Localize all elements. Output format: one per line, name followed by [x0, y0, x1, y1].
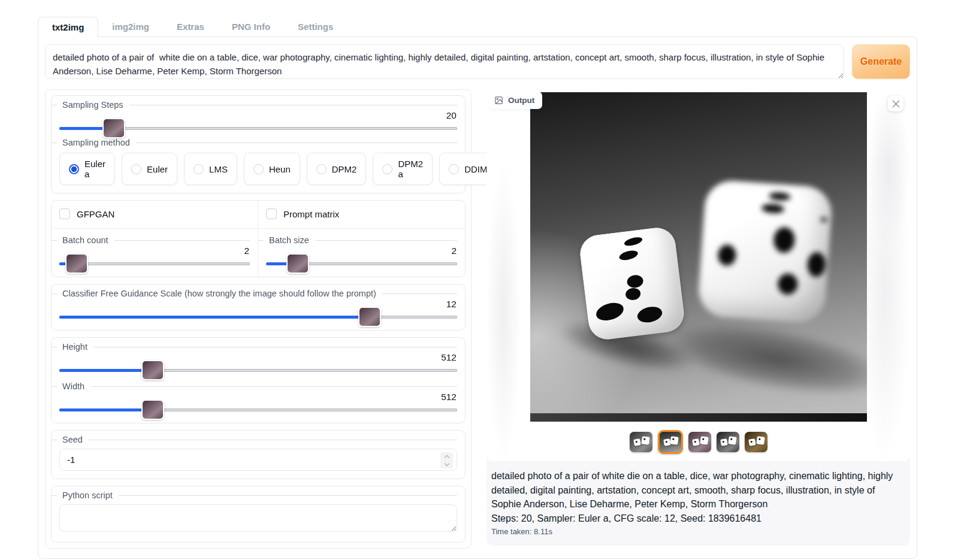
radio-dot-icon [316, 164, 327, 174]
caption-prompt: detailed photo of a pair of white die on… [491, 469, 905, 511]
slider-thumb[interactable] [358, 307, 381, 327]
python-script-input[interactable] [59, 504, 457, 532]
prompt-input[interactable]: detailed photo of a pair of white die on… [45, 44, 844, 79]
blurred-die [697, 179, 833, 324]
close-output-button[interactable] [888, 96, 903, 111]
slider-thumb[interactable] [65, 253, 88, 274]
prompt-matrix-checkbox-row[interactable]: Prompt matrix [266, 207, 457, 220]
caption-time-taken: Time taken: 8.11s [491, 527, 905, 536]
chevron-up-icon[interactable] [444, 455, 449, 459]
python-script-group: Python script [51, 486, 466, 543]
seed-input[interactable]: -1 [59, 449, 457, 471]
seed-stepper[interactable] [440, 452, 453, 468]
radio-euler-a[interactable]: Euler a [59, 153, 115, 185]
batch-count-value: 2 [59, 246, 249, 256]
gfpgan-checkbox[interactable] [59, 208, 70, 219]
txt2img-panel: detailed photo of a pair of white die on… [38, 37, 917, 559]
radio-dot-icon [449, 164, 459, 174]
generate-button[interactable]: Generate [852, 44, 910, 79]
cfg-value: 12 [59, 299, 457, 310]
radio-label: DDIM [464, 164, 487, 174]
radio-label: DPM2 [332, 164, 357, 174]
prompt-matrix-label: Prompt matrix [283, 209, 339, 219]
radio-dot-icon [382, 164, 392, 174]
height-label: Height [59, 342, 457, 352]
sampling-method-options: Euler a Euler LMS Heun DPM2 DPM2 a DDIM … [59, 153, 457, 185]
radio-heun[interactable]: Heun [244, 153, 300, 185]
cfg-slider[interactable] [59, 311, 457, 322]
radio-label: Euler a [84, 159, 105, 179]
seed-value: -1 [67, 455, 75, 465]
radio-label: LMS [209, 164, 228, 174]
radio-euler[interactable]: Euler [122, 153, 177, 185]
sampling-method-label: Sampling method [59, 138, 457, 147]
generation-info: detailed photo of a pair of white die on… [486, 461, 910, 546]
generated-image[interactable] [530, 92, 867, 422]
image-icon [494, 96, 503, 105]
thumbnail-strip [486, 429, 910, 455]
focused-die [578, 226, 685, 341]
output-panel: Output [486, 89, 910, 546]
tab-bar: txt2img img2img Extras PNG Info Settings [38, 16, 917, 37]
width-slider[interactable] [59, 404, 457, 415]
slider-fill [59, 408, 153, 411]
seed-group: Seed -1 [51, 430, 466, 479]
output-label-text: Output [508, 96, 534, 105]
radio-dot-icon [253, 164, 264, 174]
batch-size-slider[interactable] [266, 258, 457, 269]
thumbnail-1[interactable] [658, 430, 683, 454]
slider-thumb[interactable] [141, 399, 164, 420]
radio-label: Euler [147, 164, 168, 174]
txt2img-app: txt2img img2img Extras PNG Info Settings… [38, 16, 917, 559]
slider-thumb[interactable] [102, 118, 125, 138]
batch-count-label: Batch count [59, 235, 250, 245]
sampling-steps-slider[interactable] [59, 123, 457, 134]
output-panel-label: Output [489, 92, 542, 109]
thumbnail-2[interactable] [688, 432, 711, 452]
tab-settings[interactable]: Settings [284, 17, 347, 37]
thumbnail-3[interactable] [717, 432, 739, 452]
radio-dot-icon [194, 164, 204, 174]
tab-txt2img[interactable]: txt2img [38, 17, 98, 37]
slider-fill [59, 316, 370, 319]
thumbnail-0[interactable] [630, 432, 652, 452]
slider-fill [59, 369, 153, 372]
tab-img2img[interactable]: img2img [98, 17, 163, 37]
prompt-row: detailed photo of a pair of white die on… [45, 44, 910, 79]
radio-label: Heun [269, 164, 291, 174]
tab-png-info[interactable]: PNG Info [218, 17, 284, 37]
tab-extras[interactable]: Extras [163, 17, 218, 37]
cfg-label: Classifier Free Guidance Scale (how stro… [59, 289, 457, 298]
cfg-group: Classifier Free Guidance Scale (how stro… [51, 284, 466, 331]
radio-dpm2[interactable]: DPM2 [307, 153, 367, 185]
gfpgan-checkbox-row[interactable]: GFPGAN [59, 207, 250, 220]
caption-params: Steps: 20, Sampler: Euler a, CFG scale: … [491, 511, 905, 526]
radio-lms[interactable]: LMS [184, 153, 237, 185]
radio-dot-icon [69, 164, 79, 174]
radio-label: DPM2 a [398, 159, 423, 179]
chevron-down-icon[interactable] [444, 461, 449, 465]
python-script-label: Python script [59, 491, 457, 500]
radio-dpm2-a[interactable]: DPM2 a [373, 153, 433, 185]
seed-label: Seed [59, 435, 457, 444]
die-shadow [666, 312, 867, 406]
gfpgan-label: GFPGAN [77, 209, 114, 219]
width-value: 512 [59, 392, 457, 402]
height-value: 512 [59, 352, 457, 363]
slider-thumb[interactable] [141, 360, 164, 380]
radio-dot-icon [131, 164, 141, 174]
batch-count-slider[interactable] [59, 258, 250, 269]
slider-track[interactable] [59, 262, 250, 265]
sampling-steps-label: Sampling Steps [59, 100, 457, 110]
output-gallery [486, 89, 910, 461]
thumbnail-4[interactable] [745, 432, 767, 452]
options-batch-group: GFPGAN Prompt matrix Batch count 2 [51, 200, 466, 277]
sampling-group: Sampling Steps 20 Sampling method Euler … [51, 95, 466, 193]
prompt-matrix-checkbox[interactable] [266, 208, 277, 219]
batch-size-label: Batch size [266, 235, 457, 245]
dimensions-group: Height 512 Width 512 [51, 337, 466, 423]
height-slider[interactable] [59, 365, 457, 376]
slider-thumb[interactable] [286, 253, 309, 274]
width-label: Width [59, 382, 457, 391]
settings-column: Sampling Steps 20 Sampling method Euler … [45, 89, 472, 549]
